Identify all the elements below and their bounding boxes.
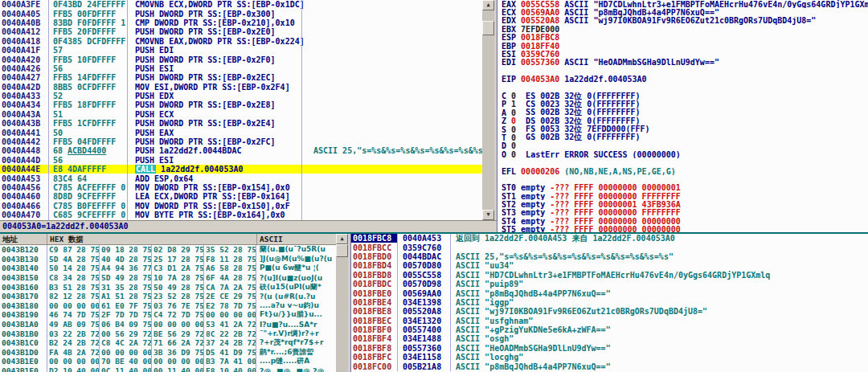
stack-address: 0018FBCC — [351, 243, 398, 251]
stack-row[interactable]: 0018FBCC0359C760 — [351, 243, 868, 251]
stack-row[interactable]: 0018FBE4034E1398ASCII "iggp" — [351, 298, 868, 307]
register-row[interactable]: Z 0 DS 002B 32位 0(FFFFFFFF) — [497, 117, 868, 125]
stack-address: 0018FBD4 — [351, 261, 398, 270]
stack-row[interactable]: 0018FC00005B21A8ASCII "p8mBqJQhdB+4a4PP7… — [351, 362, 868, 370]
disasm-hex-bytes: 83C4 64 — [50, 174, 132, 183]
register-row[interactable]: ST0 empty -??? FFFF 00000000 00000001 — [497, 184, 868, 192]
register-row[interactable]: ST3 empty -??? FFFF 00000000 FFFFFFFF — [497, 209, 868, 217]
dump-row[interactable]: 0043B120C9 87 28 7509 18 28 7502 D8 29 7… — [0, 245, 336, 255]
disasm-row[interactable]: 0040A420FFB5 10FDFFFFPUSH DWORD PTR SS:[… — [0, 55, 482, 63]
register-row[interactable]: S 0 FS 0053 32位 7EFDD000(FFF) — [497, 125, 868, 133]
dump-row[interactable]: 0043B1E000 00 00 0070 BE 40 0000 00 00 0… — [0, 357, 336, 366]
stack-value: 034E1488 — [398, 334, 451, 343]
disasm-row[interactable]: 0040A4608D8D 9CFEFFFFLEA ECX,DWORD PTR S… — [0, 192, 482, 201]
stack-row[interactable]: 0018FBD80055C558ASCII "HD7CDLwhnLtr3+e1F… — [351, 271, 868, 280]
stack-row[interactable]: 0018FBE8005520A8ASCII "wj97I0KBOA91Fv9R6… — [351, 307, 868, 316]
register-row[interactable]: ESP 0018FBC8 — [497, 34, 868, 42]
stack-pane[interactable]: 0018FBC80040A453返回到 1a22dd2F.0040A453 来自… — [350, 234, 868, 372]
stack-row[interactable]: 0018FBEC034E1320ASCII "usfghnam" — [351, 317, 868, 325]
dump-row[interactable]: 0043B160B3 51 28 7531 35 28 7550 49 28 7… — [0, 282, 336, 292]
disasm-row[interactable]: 0040A427FFB5 14FDFFFFPUSH DWORD PTR SS:[… — [0, 73, 482, 82]
register-row[interactable]: A 0 SS 002B 32位 0(FFFFFFFF) — [497, 108, 868, 117]
dump-scrollbar[interactable]: ▲ — [336, 234, 348, 372]
disasm-row[interactable]: 0040A466C785 B0FEFFFF 0MOV DWORD PTR SS:… — [0, 202, 482, 211]
disasm-row[interactable]: 0040A44150PUSH EAX — [0, 128, 482, 137]
register-value: 0359C760 — [521, 50, 559, 58]
scroll-up-icon[interactable]: ▲ — [336, 234, 348, 244]
disasm-row[interactable]: 0040A44868 ACBD4400PUSH 1a22dd2f.0044BDA… — [0, 146, 482, 155]
disasm-row[interactable]: 0040A44D56PUSH ESI — [0, 156, 482, 165]
dump-row[interactable]: 0043B1C0B2 24 2B 72C8 4C 2A 7271 66 2A 7… — [0, 338, 336, 348]
dump-row[interactable]: 0043B14050 14 28 75A4 94 36 77C3 D1 2A 7… — [0, 264, 336, 273]
scrollbar-thumb[interactable] — [336, 244, 348, 257]
register-row[interactable]: ST2 empty -??? FFFF 00000001 43FB936A — [497, 200, 868, 208]
stack-row[interactable]: 0018FBC80040A453返回到 1a22dd2F.0040A453 来自… — [351, 234, 868, 243]
register-row[interactable]: ST5 empty -??? FFFF 00000000 00000000 — [497, 226, 868, 232]
scroll-up-icon[interactable]: ▲ — [482, 0, 494, 10]
disasm-row[interactable]: 0040A456C785 ACFEFFFF 0MOV DWORD PTR SS:… — [0, 183, 482, 192]
register-row[interactable]: T 0 GS 002B 32位 0(FFFFFFFF) — [497, 133, 868, 141]
dump-row[interactable]: 0043B1A049 AB 09 7506 B4 09 7500 00 00 0… — [0, 320, 336, 329]
dump-row[interactable]: 0043B150C8 34 28 755D 49 28 7510 7A 28 7… — [0, 273, 336, 283]
disasm-row[interactable]: 0040A43BFFB5 1CFDFFFFPUSH DWORD PTR SS:[… — [0, 119, 482, 128]
register-row[interactable]: C 0 ES 002B 32位 0(FFFFFFFF) — [497, 92, 868, 100]
disasm-row[interactable]: 0040A405FFB5 00FDFFFFPUSH DWORD PTR SS:[… — [0, 9, 482, 18]
dump-hex-group: C3 D1 2A 75 — [152, 264, 204, 273]
register-row[interactable]: ECX 00569AA0 ASCII "p8mBqJQhdB+4a4PP7N6x… — [497, 8, 868, 16]
disasm-row[interactable]: 0040A4180F4385 DCFDFFFFCMOVNB EAX,DWORD … — [0, 37, 482, 46]
register-row[interactable]: D 0 — [497, 142, 868, 150]
dump-hex-group: D5 41 D9 75 — [204, 348, 256, 358]
disasm-row[interactable]: 0040A434FFB5 18FDFFFFPUSH DWORD PTR SS:[… — [0, 100, 482, 109]
register-row[interactable]: EFL 00000206 (NO,NB,NE,A,NS,PE,GE,G) — [497, 167, 868, 175]
stack-row[interactable]: 0018FBDC00570D98ASCII "puip89" — [351, 280, 868, 288]
disasm-row[interactable]: 0040A43A51PUSH ECX — [0, 110, 482, 119]
stack-address: 0018FBE4 — [351, 298, 398, 307]
register-row[interactable]: EBX 7EFDE000 — [497, 25, 868, 33]
stack-row[interactable]: 0018FBFC034E1158ASCII "locghg" — [351, 353, 868, 362]
memory-dump-pane[interactable]: 地址 HEX 数据 ASCII 0043B120C9 87 28 7509 18… — [0, 234, 336, 372]
stack-row[interactable]: 0018FBF000557400ASCII "+gPzigYuKDNe5e6kA… — [351, 325, 868, 334]
stack-row[interactable]: 0018FBF4034E1488ASCII "osgh" — [351, 334, 868, 343]
register-row[interactable]: EBP 0018FF40 — [497, 42, 868, 50]
disassembly-pane[interactable]: 0040A3FE0F43BD 24FEFFFFCMOVNB ECX,DWORD … — [0, 0, 482, 220]
scrollbar-thumb[interactable] — [482, 21, 494, 35]
stack-row[interactable]: 0018FBF800557360ASCII "HeOADMmbSGHa9DlLn… — [351, 344, 868, 353]
disassembly-scrollbar[interactable]: ▲ ▼ — [482, 0, 494, 220]
dump-row[interactable]: 0043B1B003 22 2B 7200 56 29 72BE 56 29 7… — [0, 329, 336, 338]
disasm-row[interactable]: 0040A43352PUSH EDX — [0, 92, 482, 100]
register-row[interactable]: EAX 0055C558 ASCII "HD7CDLwhnLtr3+e1FMBP… — [497, 0, 868, 8]
disasm-row[interactable]: 0040A45383C4 64ADD ESP,0x64 — [0, 174, 482, 182]
disasm-row[interactable]: 0040A3FE0F43BD 24FEFFFFCMOVNB ECX,DWORD … — [0, 0, 482, 9]
register-row[interactable]: EDI 00557360 ASCII "HeOADMmbSGHa9DlLnU9d… — [497, 59, 868, 67]
stack-row[interactable]: 0018FBE000569AA0ASCII "p8mBqJQhdB+4a4PP7… — [351, 288, 868, 297]
dump-row[interactable]: 0043B1305D 4A 28 7540 4D 28 7525 17 28 7… — [0, 255, 336, 264]
stack-row[interactable]: 0018FBD00044BDACASCII 25,"s=%s&%s=%s&%s=… — [351, 252, 868, 261]
register-row[interactable]: ST4 empty -??? FFFF 00000000 00000000 — [497, 217, 868, 225]
disasm-row[interactable]: 0040A442FFB5 04FDFFFFPUSH DWORD PTR SS:[… — [0, 137, 482, 146]
register-row[interactable]: ST1 empty -??? FFFF 00000000 FFFFFFFF — [497, 192, 868, 200]
disasm-row[interactable]: 0040A42656PUSH ESI — [0, 64, 482, 73]
stack-comment: ASCII "iggp" — [451, 298, 868, 307]
disasm-row[interactable]: 0040A412FFB5 20FDFFFFPUSH DWORD PTR SS:[… — [0, 27, 482, 36]
disasm-hex-bytes: FFB5 14FDFFFF — [50, 73, 132, 82]
dump-row[interactable]: 0043B19046 74 7D 752F 7D 7D 75C4 72 7D 7… — [0, 310, 336, 320]
dump-row[interactable]: 0043B1D0FA 4B 2A 7200 00 00 003B 36 D9 7… — [0, 348, 336, 358]
stack-row[interactable]: 0018FBD400570D80ASCII "uu34" — [351, 261, 868, 270]
register-row[interactable]: ESI 0359C760 — [497, 50, 868, 58]
register-row[interactable]: EIP 004053A0 1a22dd2f.004053A0 — [497, 76, 868, 84]
registers-pane[interactable]: EAX 0055C558 ASCII "HD7CDLwhnLtr3+e1FMBP… — [497, 0, 868, 232]
disasm-row[interactable]: 0040A470C685 9CFEFFFF 0MOV BYTE PTR SS:[… — [0, 211, 482, 219]
dump-row[interactable]: 0043B17082 12 28 75A1 51 28 7523 52 28 7… — [0, 292, 336, 301]
scroll-down-icon[interactable]: ▼ — [482, 210, 494, 220]
register-row[interactable]: O 0 LastErr ERROR_SUCCESS (00000000) — [497, 150, 868, 158]
dump-hex-group: 5D 49 28 75 — [100, 273, 152, 283]
dump-row[interactable]: 0043B1F0D2 10 40 000C 11 40 0000 11 40 0… — [0, 366, 336, 372]
disasm-row[interactable]: 0040A44EE8 4DAFFFFFCALL 1a22dd2f.004053A… — [0, 165, 482, 174]
stack-value: 034E1158 — [398, 353, 451, 362]
register-row[interactable]: EDX 005520A8 ASCII "wj97I0KBOA91Fv9R6EO6… — [497, 17, 868, 25]
disasm-row[interactable]: 0040A42D8BB5 0CFDFFFFMOV ESI,DWORD PTR S… — [0, 83, 482, 92]
disasm-row[interactable]: 0040A41F57PUSH EDI — [0, 46, 482, 55]
disasm-row[interactable]: 0040A40B83BD F0FDFFFF 1CMP DWORD PTR SS:… — [0, 18, 482, 27]
register-row[interactable]: P 1 CS 0023 32位 0(FFFFFFFF) — [497, 100, 868, 108]
dump-row[interactable]: 0043B18000 00 00 0061 E0 7F 7503 76 7E 7… — [0, 301, 336, 311]
